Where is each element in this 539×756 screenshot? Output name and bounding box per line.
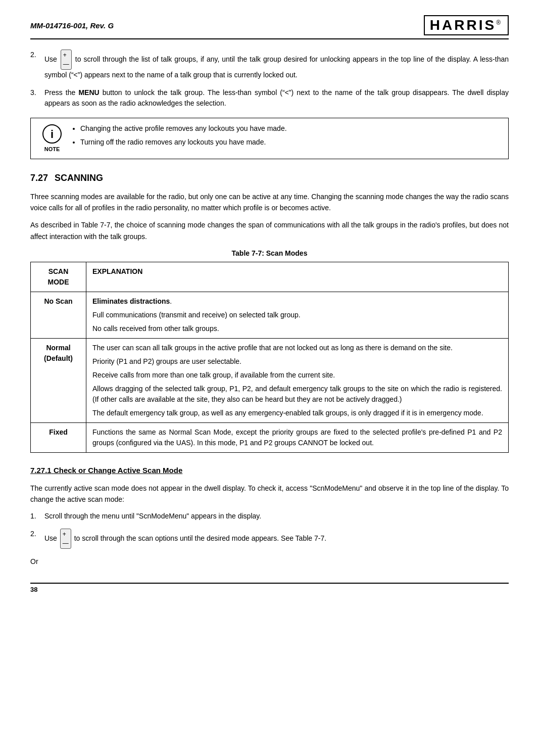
section-727-para1: Three scanning modes are available for t…	[30, 191, 509, 214]
page-number: 38	[30, 586, 37, 593]
logo-registered: ®	[496, 19, 503, 26]
menu-button-label: MENU	[78, 88, 99, 97]
document-title: MM-014716-001, Rev. G	[30, 21, 114, 30]
no-scan-para3: No calls received from other talk groups…	[92, 323, 502, 334]
or-text: Or	[30, 556, 509, 567]
harris-logo: HARRIS®	[424, 15, 509, 35]
note-content: Changing the active profile removes any …	[66, 123, 501, 154]
step-3-text: Press the MENU button to unlock the talk…	[44, 87, 509, 109]
no-scan-para1: Eliminates distractions.	[92, 296, 502, 307]
section-727-title: 7.27 SCANNING	[30, 171, 509, 185]
section-727-heading: SCANNING	[55, 173, 103, 183]
note-bullet-1: Changing the active profile removes any …	[80, 123, 501, 134]
scan-explanation-fixed: Functions the same as Normal Scan Mode, …	[86, 423, 509, 453]
info-i: i	[51, 126, 54, 143]
note-bullet-2: Turning off the radio removes any lockou…	[80, 137, 501, 148]
section-7271-title: 7.27.1 Check or Change Active Scan Mode	[30, 465, 509, 477]
normal-para1: The user can scan all talk groups in the…	[92, 343, 502, 353]
note-box: i NOTE Changing the active profile remov…	[30, 118, 509, 159]
normal-para3: Receive calls from more than one talk gr…	[92, 370, 502, 381]
section-727-number: 7.27	[30, 173, 48, 183]
section-7271-step-1: 1. Scroll through the menu until "ScnMod…	[30, 511, 509, 522]
step-2: 2. Use +— to scroll through the list of …	[30, 50, 509, 80]
scroll-icon-7271-2: +—	[60, 529, 71, 549]
table-row-fixed: Fixed Functions the same as Normal Scan …	[31, 423, 509, 453]
section-727-para2: As described in Table 7-7, the choice of…	[30, 219, 509, 242]
no-scan-para2: Full communications (transmit and receiv…	[92, 310, 502, 320]
table-header-explanation: EXPLANATION	[86, 262, 509, 292]
scroll-icon-step2: +—	[61, 50, 72, 70]
page-footer: 38	[30, 583, 509, 593]
section-7271-number: 7.27.1	[30, 466, 52, 475]
step-3-number: 3.	[30, 87, 44, 109]
step-7271-2-text: Use +— to scroll through the scan option…	[44, 529, 509, 549]
step-7271-1-number: 1.	[30, 511, 44, 522]
scan-mode-no-scan: No Scan	[31, 292, 86, 339]
step-7271-2-number: 2.	[30, 529, 44, 549]
fixed-para1: Functions the same as Normal Scan Mode, …	[92, 427, 502, 448]
page-container: MM-014716-001, Rev. G HARRIS® 2. Use +— …	[0, 0, 539, 613]
scan-explanation-normal: The user can scan all talk groups in the…	[86, 339, 509, 423]
step-2-text: Use +— to scroll through the list of tal…	[44, 50, 509, 80]
table-row-normal: Normal(Default) The user can scan all ta…	[31, 339, 509, 423]
scan-mode-fixed: Fixed	[31, 423, 86, 453]
section-7271-step-2: 2. Use +— to scroll through the scan opt…	[30, 529, 509, 549]
section-7271-para1: The currently active scan mode does not …	[30, 483, 509, 505]
step-2-number: 2.	[30, 50, 44, 80]
normal-para2: Priority (P1 and P2) groups are user sel…	[92, 356, 502, 367]
normal-para5: The default emergency talk group, as wel…	[92, 408, 502, 418]
page-header: MM-014716-001, Rev. G HARRIS®	[30, 15, 509, 39]
note-icon-area: i NOTE	[38, 123, 66, 154]
table-header-scan-mode: SCAN MODE	[31, 262, 86, 292]
page-content: 2. Use +— to scroll through the list of …	[30, 50, 509, 568]
scan-modes-table: SCAN MODE EXPLANATION No Scan Eliminates…	[30, 262, 509, 453]
table-header-row: SCAN MODE EXPLANATION	[31, 262, 509, 292]
table-row-no-scan: No Scan Eliminates distractions. Full co…	[31, 292, 509, 339]
section-7271-heading-text: Check or Change Active Scan Mode	[54, 466, 182, 475]
note-label: NOTE	[44, 145, 60, 154]
no-scan-bold: Eliminates distractions	[92, 297, 170, 305]
scan-explanation-no-scan: Eliminates distractions. Full communicat…	[86, 292, 509, 339]
note-bullets: Changing the active profile removes any …	[71, 123, 501, 148]
logo-text: HARRIS	[430, 17, 496, 33]
step-3: 3. Press the MENU button to unlock the t…	[30, 87, 509, 109]
normal-para4: Allows dragging of the selected talk gro…	[92, 384, 502, 405]
scan-mode-normal: Normal(Default)	[31, 339, 86, 423]
note-info-icon: i	[42, 124, 62, 144]
table-caption: Table 7-7: Scan Modes	[30, 248, 509, 259]
step-7271-1-text: Scroll through the menu until "ScnModeMe…	[44, 511, 509, 522]
